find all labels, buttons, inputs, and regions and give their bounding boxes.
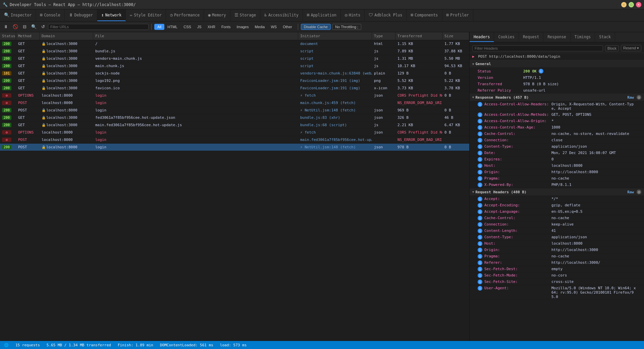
details-tab-stack[interactable]: Stack	[595, 32, 615, 42]
search-button[interactable]: 🔍	[30, 23, 38, 30]
info-icon[interactable]: i	[478, 197, 482, 201]
tab-adblock-plus[interactable]: 🛡Adblock Plus	[365, 9, 407, 21]
table-row[interactable]: 200 POST 🔒localhost:8000 login ⚡ NetUtil…	[0, 144, 469, 151]
info-icon[interactable]: i	[478, 119, 482, 123]
maximize-button[interactable]: □	[629, 2, 634, 7]
details-tab-request[interactable]: Request	[519, 32, 543, 42]
filter-pill-ws[interactable]: WS	[268, 24, 280, 30]
info-icon[interactable]: i	[478, 102, 482, 107]
tab-hints[interactable]: ◎Hints	[341, 9, 365, 21]
info-icon[interactable]: i	[539, 69, 543, 73]
info-icon[interactable]: i	[478, 267, 482, 271]
table-row[interactable]: ⊘ OPTIONS localhost:8000 login ⚡ fetch j…	[0, 129, 469, 136]
filter-headers-input[interactable]	[472, 45, 603, 51]
info-icon[interactable]: i	[478, 235, 482, 240]
col-header-status[interactable]: Status	[0, 32, 16, 40]
details-tab-headers[interactable]: Headers	[470, 32, 494, 42]
block-button[interactable]: Block	[605, 45, 619, 51]
tab-storage[interactable]: ☰Storage	[230, 9, 260, 21]
info-icon[interactable]: i	[478, 112, 482, 117]
pause-button[interactable]: ⏸	[2, 23, 10, 30]
resend-button[interactable]: Resend ▾	[621, 45, 641, 51]
table-row[interactable]: 200 POST 🔒localhost:8000 login ⚡ NetUtil…	[0, 107, 469, 114]
tab-profiler[interactable]: ⊞Profiler	[442, 9, 473, 21]
tab-debugger[interactable]: ⏸Debugger	[65, 9, 97, 21]
tab-style-editor[interactable]: ✏Style Editor	[126, 9, 166, 21]
info-icon[interactable]: i	[478, 183, 482, 187]
general-section-header[interactable]: ▼ General	[470, 60, 644, 68]
filter-pill-images[interactable]: Images	[233, 24, 252, 30]
filter-pill-all[interactable]: All	[154, 24, 164, 30]
tab-memory[interactable]: ◉Memory	[204, 9, 230, 21]
info-icon[interactable]: i	[478, 176, 482, 181]
info-icon[interactable]: i	[478, 138, 482, 143]
table-row[interactable]: ⊘ POST localhost:8000 login main.fed3061…	[0, 136, 469, 144]
info-icon[interactable]: i	[478, 222, 482, 227]
raw-button[interactable]: Raw	[627, 190, 634, 194]
tab-inspector[interactable]: 🔍Inspector	[0, 9, 36, 21]
info-icon[interactable]: i	[478, 216, 482, 220]
tab-components[interactable]: ⊞Components	[407, 9, 442, 21]
minimize-button[interactable]: −	[621, 2, 627, 7]
info-icon[interactable]: i	[478, 151, 482, 155]
details-tab-response[interactable]: Response	[543, 32, 570, 42]
col-header-type[interactable]: Type	[372, 32, 395, 40]
disable-cache-toggle[interactable]: Disable Cache	[301, 24, 331, 30]
filter-pill-fonts[interactable]: Fonts	[218, 24, 234, 30]
info-icon[interactable]: i	[478, 157, 482, 162]
tab-accessibility[interactable]: ♿Accessibility	[260, 9, 303, 21]
info-icon[interactable]: i	[478, 132, 482, 136]
clear-button[interactable]: 🚫	[11, 23, 20, 30]
info-icon[interactable]: i	[478, 209, 482, 214]
raw-toggle[interactable]: ○	[637, 95, 641, 100]
table-row[interactable]: 200 GET 🔒localhost:3000 main.chunk.js sc…	[0, 62, 469, 70]
col-header-initiator[interactable]: Initiator	[298, 32, 372, 40]
tab-console[interactable]: ⊞Console	[36, 9, 64, 21]
close-button[interactable]: ✕	[636, 2, 641, 7]
info-icon[interactable]: i	[478, 163, 482, 168]
table-row[interactable]: 200 GET 🔒localhost:3000 logo192.png Favi…	[0, 77, 469, 85]
response-headers-section-header[interactable]: ▼ Response Headers (457 B) Raw ○	[470, 94, 644, 101]
col-header-transferred[interactable]: Transferred	[395, 32, 442, 40]
col-header-size[interactable]: Size	[442, 32, 469, 40]
raw-button[interactable]: Raw	[627, 95, 634, 100]
info-icon[interactable]: i	[478, 248, 482, 252]
filter-url-input[interactable]	[48, 24, 149, 30]
info-icon[interactable]: i	[478, 229, 482, 233]
table-row[interactable]: 200 GET 🔒localhost:3000 fed3061a7f85bf95…	[0, 114, 469, 121]
tab-performance[interactable]: ◷Performance	[166, 9, 204, 21]
details-tab-timings[interactable]: Timings	[571, 32, 595, 42]
request-headers-section-header[interactable]: ▼ Request Headers (480 B) Raw ○	[470, 188, 644, 196]
col-header-domain[interactable]: Domain	[40, 32, 93, 40]
col-header-file[interactable]: File	[93, 32, 298, 40]
filter-pill-html[interactable]: HTML	[164, 24, 180, 30]
table-row[interactable]: 200 GET 🔒localhost:3000 vendors~main.chu…	[0, 55, 469, 62]
info-icon[interactable]: i	[478, 125, 482, 130]
info-icon[interactable]: i	[478, 203, 482, 208]
details-tab-cookies[interactable]: Cookies	[494, 32, 519, 42]
filter-pill-css[interactable]: CSS	[180, 24, 194, 30]
raw-toggle[interactable]: ○	[637, 190, 641, 194]
filter-button[interactable]: ⊟	[21, 23, 28, 30]
filter-pill-xhr[interactable]: XHR	[205, 24, 218, 30]
table-row[interactable]: 200 GET 🔒localhost:3000 favicon.ico Favi…	[0, 85, 469, 92]
tab-network[interactable]: ↕Network	[97, 9, 126, 21]
reload-button[interactable]: ↺	[40, 23, 47, 30]
throttling-dropdown[interactable]: No Throttling ;	[332, 24, 361, 30]
table-row[interactable]: ⊘ POST localhost:8000 login main.chunk.j…	[0, 99, 469, 107]
info-icon[interactable]: i	[478, 273, 482, 278]
table-row[interactable]: 101 GET 🔒localhost:3000 sockjs-node vend…	[0, 70, 469, 77]
info-icon[interactable]: i	[478, 286, 482, 291]
table-row[interactable]: 200 GET 🔒localhost:3000 bundle.js script…	[0, 48, 469, 55]
filter-pill-js[interactable]: JS	[194, 24, 205, 30]
col-header-method[interactable]: Method	[16, 32, 40, 40]
filter-pill-media[interactable]: Media	[252, 24, 268, 30]
info-icon[interactable]: i	[478, 170, 482, 174]
info-icon[interactable]: i	[478, 260, 482, 265]
table-row[interactable]: 200 GET 🔒localhost:3000 main.fed3061a7f8…	[0, 121, 469, 129]
table-row[interactable]: 200 GET 🔒localhost:3000 / document html …	[0, 40, 469, 48]
info-icon[interactable]: i	[478, 254, 482, 259]
tab-application[interactable]: ⊞Application	[303, 9, 341, 21]
info-icon[interactable]: i	[478, 280, 482, 284]
info-icon[interactable]: i	[478, 144, 482, 149]
